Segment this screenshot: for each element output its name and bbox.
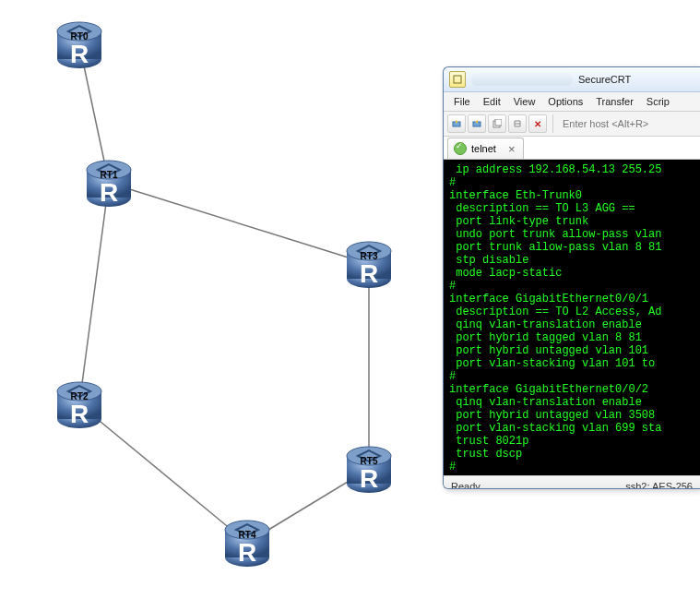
- menu-view[interactable]: View: [507, 94, 542, 109]
- router-rt2[interactable]: R RT2: [53, 378, 105, 430]
- status-right: ssh2: AES-256: [625, 481, 693, 489]
- close-icon[interactable]: ×: [508, 143, 516, 155]
- toolbar-btn-2[interactable]: [468, 114, 486, 133]
- svg-text:R: R: [238, 538, 256, 567]
- host-input[interactable]: Enter host <Alt+R>: [559, 118, 696, 129]
- toolbar-sep: [552, 114, 553, 133]
- svg-rect-28: [495, 119, 502, 126]
- menu-script[interactable]: Scrip: [640, 94, 676, 109]
- link-RT1-RT3: [109, 183, 369, 264]
- app-icon: [449, 71, 466, 88]
- toolbar-btn-4[interactable]: [508, 114, 527, 133]
- menu-transfer[interactable]: Transfer: [589, 94, 640, 109]
- title-blur: [471, 73, 573, 86]
- menubar[interactable]: File Edit View Options Transfer Scrip: [444, 92, 700, 112]
- router-rt0[interactable]: R RT0: [53, 18, 105, 70]
- svg-text:R: R: [70, 400, 89, 428]
- terminal[interactable]: ip address 192.168.54.13 255.25 # interf…: [444, 160, 700, 475]
- svg-text:R: R: [70, 40, 89, 68]
- statusbar: Ready ssh2: AES-256: [444, 475, 700, 489]
- svg-text:R: R: [100, 178, 118, 207]
- toolbar-btn-1[interactable]: [447, 114, 466, 133]
- window-title: SecureCRT: [578, 74, 631, 85]
- svg-rect-24: [454, 76, 461, 83]
- tab-bar: telnet ×: [444, 137, 700, 160]
- tab-telnet[interactable]: telnet ×: [447, 138, 524, 159]
- menu-file[interactable]: File: [447, 94, 477, 109]
- securecrt-window: SecureCRT File Edit View Options Transfe…: [443, 66, 700, 489]
- svg-text:R: R: [360, 464, 378, 493]
- toolbar-btn-3[interactable]: [488, 114, 506, 133]
- status-left: Ready: [451, 481, 481, 489]
- link-RT1-RT2: [79, 183, 109, 404]
- titlebar[interactable]: SecureCRT: [444, 67, 700, 92]
- menu-options[interactable]: Options: [541, 94, 589, 109]
- router-rt1[interactable]: R RT1: [83, 157, 135, 209]
- router-rt5[interactable]: R RT5: [343, 443, 395, 495]
- connected-icon: [454, 142, 467, 155]
- svg-text:R: R: [360, 259, 378, 288]
- toolbar: ✕ Enter host <Alt+R>: [444, 112, 700, 137]
- router-rt3[interactable]: R RT3: [343, 238, 395, 290]
- tab-label: telnet: [471, 143, 496, 154]
- menu-edit[interactable]: Edit: [477, 94, 507, 109]
- toolbar-btn-close[interactable]: ✕: [528, 114, 547, 133]
- router-rt4[interactable]: R RT4: [221, 517, 273, 569]
